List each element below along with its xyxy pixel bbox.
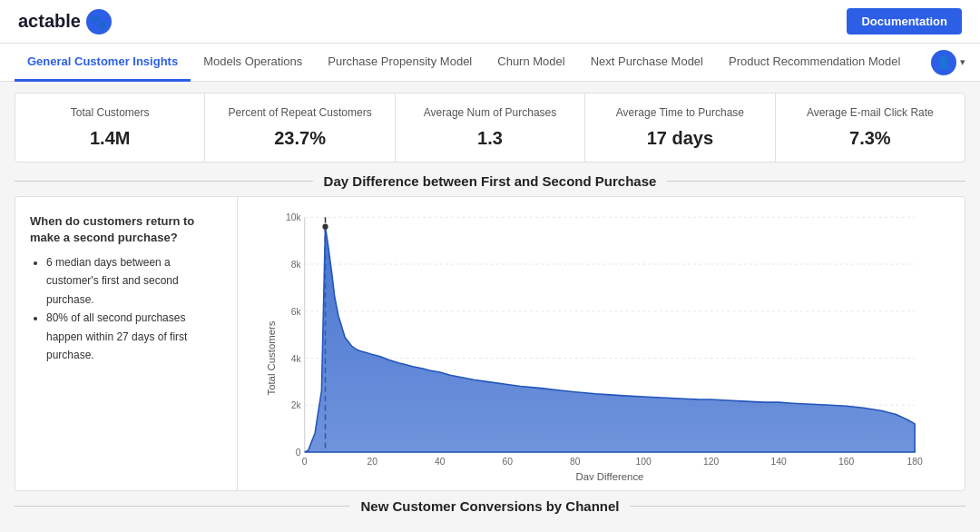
- area-chart-path: [305, 226, 915, 451]
- chart2-title-bar: New Customer Conversions by Channel: [15, 498, 965, 514]
- svg-text:40: 40: [435, 457, 446, 467]
- svg-text:4k: 4k: [291, 353, 302, 363]
- chart1-sidebar-bullet-1: 6 median days between a customer's first…: [46, 253, 222, 309]
- nav-avatar[interactable]: 👤 ▾: [931, 50, 965, 75]
- stats-row: Total Customers 1.4M Percent of Repeat C…: [15, 93, 965, 163]
- stat-avg-purchases-value: 1.3: [410, 128, 570, 149]
- chevron-down-icon: ▾: [960, 56, 965, 68]
- stat-repeat-customers-label: Percent of Repeat Customers: [220, 106, 379, 121]
- stat-total-customers-value: 1.4M: [30, 128, 190, 149]
- chart1-sidebar-bullet-2: 80% of all second purchases happen withi…: [46, 309, 222, 364]
- stat-total-customers: Total Customers 1.4M: [15, 94, 205, 162]
- avatar: 👤: [931, 50, 956, 75]
- chart1-title: Day Difference between First and Second …: [313, 173, 668, 189]
- svg-text:60: 60: [502, 457, 513, 467]
- svg-text:8k: 8k: [291, 260, 302, 270]
- stat-email-click-value: 7.3%: [790, 128, 950, 149]
- svg-text:160: 160: [838, 457, 854, 467]
- svg-text:140: 140: [771, 457, 787, 467]
- chart1-section: When do customers return to make a secon…: [15, 196, 965, 491]
- stat-email-click-label: Average E-mail Click Rate: [790, 106, 950, 121]
- chart1-sidebar-heading: When do customers return to make a secon…: [30, 213, 222, 246]
- chart1-sidebar: When do customers return to make a secon…: [15, 197, 238, 490]
- nav-bar: General Customer Insights Models Operati…: [0, 44, 980, 82]
- svg-text:20: 20: [367, 457, 377, 467]
- peak-dot: [322, 223, 328, 229]
- svg-text:180: 180: [907, 457, 923, 467]
- stat-avg-time-to-purchase: Average Time to Purchase 17 days: [585, 94, 775, 162]
- logo: actable 🐾: [18, 9, 112, 34]
- section-line-left: [15, 181, 313, 182]
- documentation-button[interactable]: Documentation: [847, 8, 962, 34]
- svg-text:0: 0: [302, 457, 308, 467]
- logo-text: actable: [18, 11, 81, 32]
- stat-total-customers-label: Total Customers: [30, 106, 190, 121]
- nav-item-next-purchase-model[interactable]: Next Purchase Model: [578, 44, 716, 82]
- nav-item-general-customer-insights[interactable]: General Customer Insights: [15, 44, 191, 82]
- chart2-section-line-right: [631, 506, 965, 507]
- svg-text:0: 0: [296, 448, 301, 458]
- svg-text:80: 80: [570, 457, 581, 467]
- svg-text:10k: 10k: [286, 212, 301, 222]
- stat-repeat-customers-value: 23.7%: [220, 128, 379, 149]
- nav-item-churn-model[interactable]: Churn Model: [485, 44, 577, 82]
- section-line-right: [667, 181, 965, 182]
- stat-avg-purchases-label: Average Num of Purchases: [410, 106, 570, 121]
- svg-text:120: 120: [703, 457, 719, 467]
- svg-text:2k: 2k: [291, 400, 302, 410]
- nav-item-purchase-propensity-model[interactable]: Purchase Propensity Model: [315, 44, 485, 82]
- nav-item-models-operations[interactable]: Models Operations: [191, 44, 315, 82]
- stat-avg-time-label: Average Time to Purchase: [600, 106, 760, 121]
- stat-repeat-customers: Percent of Repeat Customers 23.7%: [205, 94, 395, 162]
- svg-text:6k: 6k: [291, 307, 302, 317]
- stat-email-click-rate: Average E-mail Click Rate 7.3%: [776, 94, 965, 162]
- stat-avg-purchases: Average Num of Purchases 1.3: [396, 94, 585, 162]
- svg-text:Day Difference: Day Difference: [575, 471, 643, 480]
- chart2-title: New Customer Conversions by Channel: [349, 498, 630, 514]
- chart1-title-bar: Day Difference between First and Second …: [15, 173, 965, 189]
- y-axis-label: Total Customers: [266, 320, 277, 395]
- chart2-section-line-left: [15, 506, 349, 507]
- stat-avg-time-value: 17 days: [600, 128, 760, 149]
- svg-text:100: 100: [636, 457, 652, 467]
- header: actable 🐾 Documentation: [0, 0, 980, 44]
- chart1-svg: Total Customers 0 2k 4k 6k 8k 10k: [245, 208, 950, 480]
- nav-item-product-recommendation-model[interactable]: Product Recommendation Model: [716, 44, 913, 82]
- chart1-sidebar-list: 6 median days between a customer's first…: [30, 253, 222, 364]
- chart1-chart-area: Total Customers 0 2k 4k 6k 8k 10k: [238, 197, 965, 490]
- logo-icon: 🐾: [86, 9, 112, 34]
